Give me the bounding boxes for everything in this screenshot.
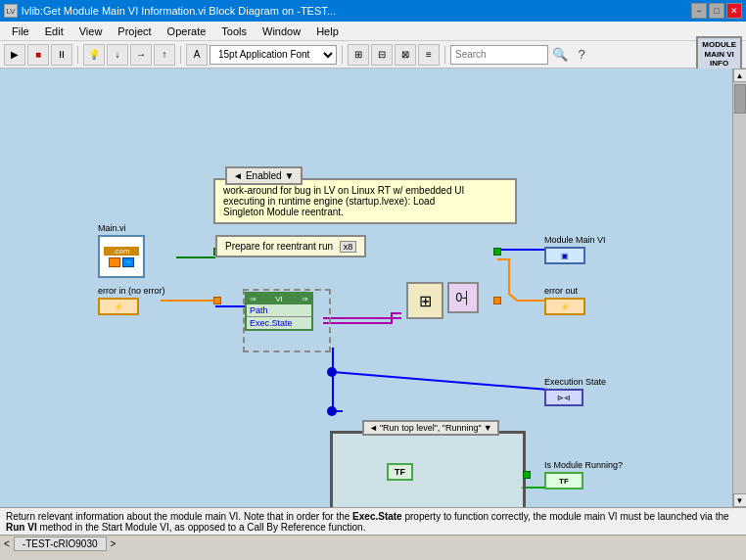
scroll-thumb[interactable] [734, 84, 746, 114]
menu-tools[interactable]: Tools [213, 23, 255, 39]
title-bar: LV lvlib:Get Module Main VI Information.… [0, 0, 746, 22]
vi-arrow-left: ⇒ [250, 295, 256, 303]
scroll-track [733, 82, 747, 493]
canvas-area[interactable]: ◄ Enabled ▼ work-around for bug in LV on… [0, 69, 746, 507]
menu-window[interactable]: Window [255, 23, 308, 39]
module-main-vi-indicator[interactable]: ▣ [544, 247, 585, 264]
error-in-label: error in (no error) [98, 286, 165, 296]
highlight-button[interactable]: 💡 [83, 44, 105, 66]
case-selector[interactable]: ◄ "Run top level", "Running" ▼ [362, 420, 499, 436]
is-module-running-container: Is Module Running? TF [544, 460, 623, 490]
tf-control-inner[interactable]: TF [387, 463, 413, 481]
align-button[interactable]: ⊞ [348, 44, 369, 66]
is-module-running-label: Is Module Running? [544, 460, 623, 470]
vi-node-header: ⇒ VI ⇒ [247, 294, 311, 304]
abort-button[interactable]: ■ [27, 44, 49, 66]
menu-file[interactable]: File [4, 23, 37, 39]
error-in-container: error in (no error) ⚡ [98, 286, 165, 315]
status-bold-exec-state: Exec.State [352, 511, 402, 522]
status-text-1: Return relevant information about the mo… [6, 511, 352, 522]
menu-project[interactable]: Project [110, 23, 159, 39]
svg-line-9 [333, 372, 548, 390]
tf-indicator-label: TF [559, 477, 569, 486]
prepare-error-out-terminal [493, 297, 501, 304]
run-button[interactable]: ▶ [4, 44, 25, 66]
step-over-button[interactable]: → [130, 44, 152, 66]
case-structure[interactable]: ◄ "Run top level", "Running" ▼ TF [330, 431, 526, 507]
module-main-vi-icon: ▣ [561, 252, 569, 260]
error-out-indicator[interactable]: ⚡ [544, 298, 585, 315]
enabled-selector[interactable]: ◄ Enabled ▼ [225, 166, 303, 185]
step-out-button[interactable]: ↑ [154, 44, 175, 66]
maximize-button[interactable]: □ [709, 3, 724, 19]
is-module-running-indicator[interactable]: TF [544, 472, 583, 490]
scrollbar-right[interactable]: ▲ ▼ [732, 69, 746, 507]
main-vi-label: Main.vi [98, 223, 145, 233]
error-out-icon: ⚡ [560, 303, 570, 311]
title-bar-controls: − □ ✕ [691, 3, 742, 19]
title-bar-left: LV lvlib:Get Module Main VI Information.… [4, 4, 336, 18]
menu-edit[interactable]: Edit [37, 23, 71, 39]
menu-view[interactable]: View [71, 23, 111, 39]
case-output-terminal [523, 471, 531, 479]
exec-state-icon: ⊳⊲ [557, 394, 571, 402]
vi-label: VI [275, 295, 283, 303]
build-array-node[interactable]: ⊞ [406, 282, 443, 319]
wire-junction-2 [327, 406, 337, 416]
arrow-right: → [122, 257, 134, 267]
case-left-arrow: ◄ [369, 423, 378, 433]
wire-junction-1 [327, 367, 337, 377]
status-text-2: property to function correctly, the modu… [402, 511, 729, 522]
step-into-button[interactable]: ↓ [107, 44, 128, 66]
title-bar-text: lvlib:Get Module Main VI Information.vi … [22, 5, 336, 17]
reorder-button[interactable]: ≡ [418, 44, 440, 66]
exec-state-property: Exec.State [247, 317, 311, 329]
vi-arrows: → [109, 257, 134, 267]
minimize-button[interactable]: − [691, 3, 707, 19]
module-main-vi-label: Module Main VI [544, 235, 606, 245]
build-array-icon: ⊞ [419, 292, 432, 310]
prepare-error-in-terminal [213, 297, 221, 304]
font-dropdown[interactable]: 15pt Application Font [210, 45, 337, 65]
menu-help[interactable]: Help [308, 23, 347, 39]
tab-scroll-right[interactable]: > [111, 538, 117, 549]
status-bar: Return relevant information about the mo… [0, 507, 746, 535]
separator-1 [77, 46, 78, 64]
index-array-icon: 0┤ [455, 291, 470, 304]
separator-2 [180, 46, 181, 64]
menu-operate[interactable]: Operate [160, 23, 214, 39]
index-array-node[interactable]: 0┤ [447, 282, 479, 313]
vi-property-node[interactable]: ⇒ VI ⇒ Path Exec.State [245, 292, 313, 331]
separator-3 [342, 46, 343, 64]
search-icon[interactable]: 🔍 [550, 45, 570, 65]
main-vi-icon[interactable]: .com → [98, 235, 145, 278]
prepare-reentrant-node[interactable]: Prepare for reentrant run x8 [215, 235, 366, 257]
execution-state-container: Execution State ⊳⊲ [544, 377, 606, 406]
module-main-vi-badge: MODULEMAIN VIINFO [696, 36, 742, 72]
case-down-arrow: ▼ [484, 423, 492, 433]
tf-label: TF [395, 467, 405, 477]
enabled-label: Enabled [246, 170, 282, 181]
tab-item-crio[interactable]: -TEST-cRIO9030 [14, 537, 107, 551]
error-out-label: error out [544, 286, 585, 296]
scroll-up-button[interactable]: ▲ [733, 69, 747, 82]
error-in-control[interactable]: ⚡ [98, 298, 139, 315]
resize-button[interactable]: ⊠ [395, 44, 416, 66]
status-bold-run-vi: Run VI [6, 522, 37, 533]
case-label: "Run top level", "Running" [380, 423, 482, 433]
text-settings-button[interactable]: A [186, 44, 208, 66]
error-out-container: error out ⚡ [544, 286, 585, 315]
help-icon[interactable]: ? [572, 45, 591, 65]
close-button[interactable]: ✕ [726, 3, 742, 19]
tab-scroll-left[interactable]: < [4, 538, 10, 549]
scroll-down-button[interactable]: ▼ [733, 493, 747, 507]
pause-button[interactable]: ⏸ [51, 44, 72, 66]
execution-state-indicator[interactable]: ⊳⊲ [544, 389, 583, 406]
tab-label: -TEST-cRIO9030 [23, 538, 98, 549]
tab-bar: < -TEST-cRIO9030 > [0, 535, 746, 552]
path-property: Path [247, 304, 311, 317]
distribute-button[interactable]: ⊟ [371, 44, 393, 66]
search-input[interactable] [450, 45, 548, 65]
separator-4 [444, 46, 445, 64]
menu-bar: File Edit View Project Operate Tools Win… [0, 22, 746, 41]
